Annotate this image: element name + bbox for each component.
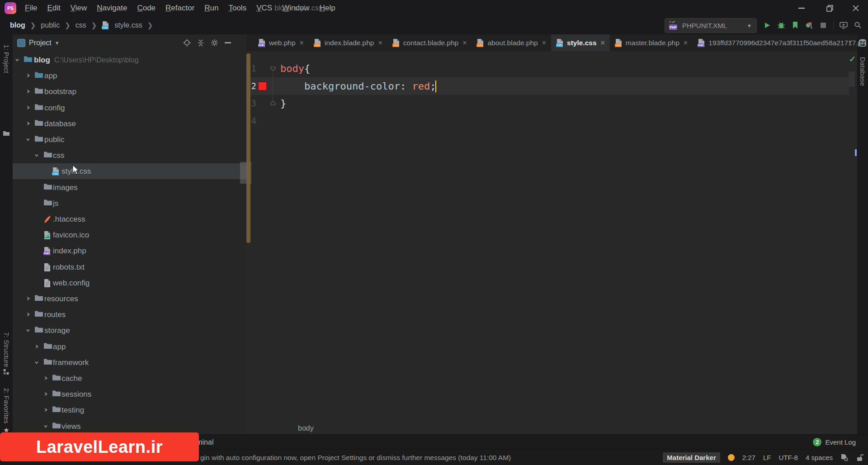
tree-item-storage[interactable]: storage xyxy=(13,323,246,338)
run-button[interactable] xyxy=(763,21,771,29)
chevron-down-icon[interactable] xyxy=(26,328,30,332)
menu-view[interactable]: View xyxy=(66,4,92,13)
chevron-right-icon[interactable] xyxy=(26,312,30,317)
breadcrumb-item-css[interactable]: css xyxy=(75,21,86,29)
theme-indicator[interactable]: Material Darker xyxy=(663,452,720,463)
close-icon[interactable]: × xyxy=(684,39,688,47)
file-encoding[interactable]: UTF-8 xyxy=(778,454,798,461)
close-icon[interactable]: × xyxy=(601,39,605,47)
tree-item-sessions[interactable]: sessions xyxy=(13,386,246,402)
code-line-2[interactable]: background-color: red; xyxy=(280,77,436,95)
tab-style.css[interactable]: CSSstyle.css × xyxy=(551,34,610,51)
tree-item-database[interactable]: database xyxy=(13,116,246,132)
fold-marker-down-icon[interactable] xyxy=(270,65,276,72)
menu-run[interactable]: Run xyxy=(199,4,223,13)
chevron-right-icon[interactable] xyxy=(26,73,30,78)
close-icon[interactable]: × xyxy=(378,39,382,47)
chevron-down-icon[interactable] xyxy=(15,57,19,62)
run-configuration-select[interactable]: PHP PHPUNIT.XML ▼ xyxy=(665,18,757,33)
tree-item-routes[interactable]: routes xyxy=(13,307,246,323)
gear-icon[interactable] xyxy=(211,39,218,47)
attach-debugger-button[interactable] xyxy=(805,21,813,29)
caret-position[interactable]: 2:27 xyxy=(742,454,755,461)
status-message[interactable]: gin with auto configuration now, open Pr… xyxy=(200,450,511,465)
chevron-right-icon[interactable] xyxy=(26,89,30,94)
menu-refactor[interactable]: Refactor xyxy=(160,4,199,13)
menu-tools[interactable]: Tools xyxy=(224,4,252,13)
breadcrumb-item-blog[interactable]: blog xyxy=(10,21,25,29)
tree-item-testing[interactable]: testing xyxy=(13,402,246,418)
tab-index.blade.php[interactable]: index.blade.php × xyxy=(309,34,387,51)
tree-item-css[interactable]: css xyxy=(13,147,246,163)
tool-window-button-project[interactable]: 1: Project xyxy=(3,44,10,73)
chevron-right-icon[interactable] xyxy=(43,408,48,412)
chevron-down-icon[interactable] xyxy=(34,360,39,365)
menu-edit[interactable]: Edit xyxy=(42,4,65,13)
tree-item-robots.txt[interactable]: robots.txt xyxy=(13,259,246,275)
tree-item-index.php[interactable]: PHP index.php xyxy=(13,243,246,259)
menu-file[interactable]: File xyxy=(20,4,42,13)
code-line-1[interactable]: body{ xyxy=(280,60,310,77)
locate-file-button[interactable] xyxy=(183,39,191,47)
inspection-ok-icon[interactable]: ✓ xyxy=(849,54,856,64)
tree-item-config[interactable]: config xyxy=(13,100,246,116)
close-icon[interactable]: × xyxy=(462,39,467,47)
unlock-icon[interactable] xyxy=(856,454,863,461)
editor-scrollbar-thumb[interactable] xyxy=(849,71,855,87)
chevron-down-icon[interactable] xyxy=(34,153,39,157)
menu-navigate[interactable]: Navigate xyxy=(92,4,132,13)
highlighting-level-icon[interactable] xyxy=(840,454,849,461)
run-anything-button[interactable] xyxy=(840,21,848,29)
tab-master.blade.php[interactable]: master.blade.php × xyxy=(610,34,693,51)
breadcrumb-item-style.css[interactable]: style.css xyxy=(114,21,142,29)
chevron-right-icon[interactable] xyxy=(34,344,39,349)
chevron-right-icon[interactable] xyxy=(26,121,30,126)
tree-item-app[interactable]: app xyxy=(13,68,246,84)
tool-window-button-favorites[interactable]: 2: Favorites xyxy=(3,388,10,423)
collapse-all-button[interactable] xyxy=(197,39,204,47)
menu-code[interactable]: Code xyxy=(132,4,160,13)
tree-item-app[interactable]: app xyxy=(13,339,246,355)
event-log-button[interactable]: 2 Event Log xyxy=(813,435,856,450)
tree-item-.htaccess[interactable]: .htaccess xyxy=(13,211,246,227)
tree-item-views[interactable]: views xyxy=(13,418,246,434)
tab-193ffd3770996d2347e7a3f311f50aed58a21717.ph[interactable]: PHP193ffd3770996d2347e7a3f311f50aed58a21… xyxy=(693,34,868,51)
debug-button[interactable] xyxy=(777,21,785,29)
search-everywhere-button[interactable] xyxy=(854,21,862,29)
fold-marker-up-icon[interactable] xyxy=(270,100,276,107)
restore-button[interactable] xyxy=(819,0,840,16)
hide-panel-button[interactable] xyxy=(225,42,231,43)
close-icon[interactable]: × xyxy=(542,39,546,47)
minimize-button[interactable] xyxy=(791,0,812,16)
project-panel-title[interactable]: Project xyxy=(29,39,52,47)
menu-vcs[interactable]: VCS xyxy=(251,4,277,13)
run-with-coverage-button[interactable] xyxy=(791,21,799,29)
chevron-right-icon[interactable] xyxy=(43,376,48,380)
editor-breadcrumb[interactable]: body xyxy=(298,422,314,434)
chevron-right-icon[interactable] xyxy=(43,392,48,396)
chevron-down-icon[interactable] xyxy=(43,424,48,428)
tree-item-favicon.ico[interactable]: favicon.ico xyxy=(13,227,246,243)
chevron-right-icon[interactable] xyxy=(26,105,30,110)
tab-contact.blade.php[interactable]: contact.blade.php × xyxy=(387,34,472,51)
tab-about.blade.php[interactable]: about.blade.php × xyxy=(472,34,551,51)
panel-splitter-scrollbar[interactable] xyxy=(246,53,250,243)
tab-web.php[interactable]: PHPweb.php × xyxy=(253,34,309,51)
tree-item-web.config[interactable]: web.config xyxy=(13,275,246,291)
tree-item-public[interactable]: public xyxy=(13,132,246,147)
stop-button[interactable] xyxy=(819,21,827,29)
chevron-down-icon[interactable]: ▼ xyxy=(55,40,60,46)
status-orange-dot[interactable] xyxy=(728,454,735,461)
close-button[interactable] xyxy=(845,0,866,16)
tree-item-blog[interactable]: blog C:\Users\HP\Desktop\blog xyxy=(13,52,246,68)
tool-window-button-database[interactable]: Database xyxy=(859,57,867,86)
tree-item-images[interactable]: images xyxy=(13,180,246,195)
breadcrumb-item-public[interactable]: public xyxy=(41,21,60,29)
line-separator[interactable]: LF xyxy=(763,454,771,461)
code-line-3[interactable]: } xyxy=(280,95,286,112)
tool-window-button-structure[interactable]: 7: Structure xyxy=(3,332,10,367)
tree-item-cache[interactable]: cache xyxy=(13,370,246,386)
color-preview-swatch[interactable] xyxy=(259,82,266,90)
tree-item-resources[interactable]: resources xyxy=(13,291,246,307)
chevron-down-icon[interactable] xyxy=(26,137,30,142)
